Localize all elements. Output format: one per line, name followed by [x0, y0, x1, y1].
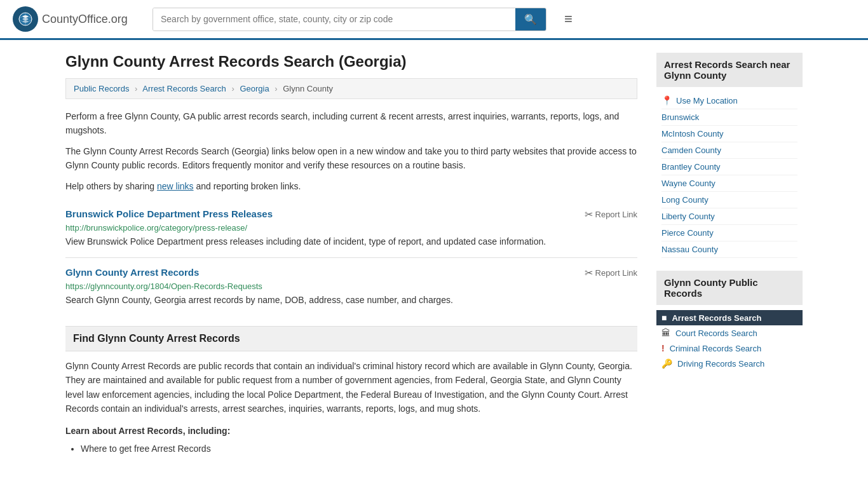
- logo-icon: [13, 6, 38, 32]
- intro-p2: The Glynn County Arrest Records Search (…: [65, 144, 637, 173]
- arrest-records-icon: ■: [661, 313, 667, 323]
- link-title-1[interactable]: Brunswick Police Department Press Releas…: [65, 208, 273, 219]
- link-url-2: https://glynncounty.org/1804/Open-Record…: [65, 281, 637, 291]
- driving-records-icon: 🔑: [661, 358, 672, 369]
- site-header: CountyOffice.org 🔍 ≡: [0, 0, 868, 40]
- report-link-1[interactable]: ✂ Report Link: [585, 208, 637, 220]
- bullet-list: Where to get free Arrest Records: [81, 442, 637, 457]
- wayne-county-link[interactable]: Wayne County: [661, 179, 715, 188]
- driving-records-link[interactable]: Driving Records Search: [677, 359, 764, 369]
- brunswick-link[interactable]: Brunswick: [661, 112, 699, 122]
- scissors-icon-2: ✂: [585, 267, 593, 279]
- sidebar-item-pierce: Pierce County: [661, 225, 797, 241]
- sidebar-nearby-title: Arrest Records Search near Glynn County: [656, 53, 803, 87]
- criminal-records-icon: !: [661, 343, 665, 353]
- brantley-county-link[interactable]: Brantley County: [661, 162, 721, 172]
- sidebar-item-nassau: Nassau County: [661, 241, 797, 258]
- intro-p3: Help others by sharing new links and rep…: [65, 179, 637, 193]
- camden-county-link[interactable]: Camden County: [661, 146, 721, 155]
- link-desc-2: Search Glynn County, Georgia arrest reco…: [65, 294, 637, 307]
- pub-record-arrest: ■ Arrest Records Search: [656, 310, 803, 325]
- menu-button[interactable]: ≡: [559, 8, 578, 30]
- arrest-records-link[interactable]: Arrest Records Search: [672, 313, 761, 323]
- pub-record-criminal: ! Criminal Records Search: [656, 341, 803, 356]
- liberty-county-link[interactable]: Liberty County: [661, 212, 715, 221]
- new-links-link[interactable]: new links: [157, 181, 194, 191]
- link-item-2: Glynn County Arrest Records ✂ Report Lin…: [65, 257, 637, 316]
- content-area: Glynn County Arrest Records Search (Geor…: [65, 53, 637, 457]
- search-button[interactable]: 🔍: [515, 8, 546, 30]
- criminal-records-link[interactable]: Criminal Records Search: [670, 344, 762, 353]
- sidebar: Arrest Records Search near Glynn County …: [656, 53, 803, 457]
- breadcrumb-georgia[interactable]: Georgia: [240, 84, 269, 93]
- intro-p1: Perform a free Glynn County, GA public a…: [65, 109, 637, 138]
- link-title-2[interactable]: Glynn County Arrest Records: [65, 267, 199, 278]
- logo-text: CountyOffice.org: [42, 13, 128, 26]
- pierce-county-link[interactable]: Pierce County: [661, 228, 714, 238]
- sidebar-item-liberty: Liberty County: [661, 208, 797, 225]
- report-link-2[interactable]: ✂ Report Link: [585, 267, 637, 279]
- learn-label: Learn about Arrest Records, including:: [65, 424, 637, 438]
- menu-icon: ≡: [564, 11, 573, 27]
- bullet-item-0: Where to get free Arrest Records: [81, 442, 637, 457]
- logo-area: CountyOffice.org: [13, 6, 140, 32]
- nassau-county-link[interactable]: Nassau County: [661, 245, 718, 254]
- mcintosh-county-link[interactable]: McIntosh County: [661, 129, 724, 139]
- sidebar-item-long: Long County: [661, 192, 797, 208]
- location-pin-icon: 📍: [661, 95, 672, 105]
- search-input[interactable]: [153, 8, 515, 30]
- sidebar-item-camden: Camden County: [661, 142, 797, 159]
- breadcrumb-arrest-records[interactable]: Arrest Records Search: [142, 84, 226, 93]
- link-desc-1: View Brunswick Police Department press r…: [65, 235, 637, 248]
- long-county-link[interactable]: Long County: [661, 195, 709, 205]
- court-records-link[interactable]: Court Records Search: [675, 329, 757, 338]
- scissors-icon-1: ✂: [585, 208, 593, 220]
- sidebar-public-records-section: Glynn County Public Records ■ Arrest Rec…: [656, 271, 803, 371]
- sidebar-item-use-location: 📍 Use My Location: [661, 92, 797, 109]
- main-container: Glynn County Arrest Records Search (Geor…: [53, 40, 815, 470]
- search-icon: 🔍: [524, 14, 537, 25]
- sidebar-item-wayne: Wayne County: [661, 175, 797, 192]
- sidebar-item-brantley: Brantley County: [661, 159, 797, 175]
- link-item-1: Brunswick Police Department Press Releas…: [65, 200, 637, 257]
- search-bar: 🔍: [153, 8, 546, 31]
- sidebar-nearby-links: 📍 Use My Location Brunswick McIntosh Cou…: [656, 92, 803, 258]
- court-records-icon: 🏛: [661, 328, 670, 338]
- public-records-list: ■ Arrest Records Search 🏛 Court Records …: [656, 310, 803, 371]
- breadcrumb: Public Records › Arrest Records Search ›…: [65, 78, 637, 99]
- sidebar-nearby-section: Arrest Records Search near Glynn County …: [656, 53, 803, 258]
- use-my-location-link[interactable]: Use My Location: [676, 96, 738, 105]
- pub-record-driving: 🔑 Driving Records Search: [656, 356, 803, 371]
- sidebar-item-brunswick: Brunswick: [661, 109, 797, 126]
- page-title: Glynn County Arrest Records Search (Geor…: [65, 53, 637, 71]
- breadcrumb-public-records[interactable]: Public Records: [74, 84, 129, 93]
- pub-record-court: 🏛 Court Records Search: [656, 325, 803, 341]
- find-section-body: Glynn County Arrest Records are public r…: [65, 359, 637, 416]
- sidebar-public-records-title: Glynn County Public Records: [656, 271, 803, 305]
- breadcrumb-glynn-county: Glynn County: [283, 84, 333, 93]
- sidebar-item-mcintosh: McIntosh County: [661, 126, 797, 142]
- link-url-1: http://brunswickpolice.org/category/pres…: [65, 223, 637, 233]
- find-section-header: Find Glynn County Arrest Records: [65, 326, 637, 351]
